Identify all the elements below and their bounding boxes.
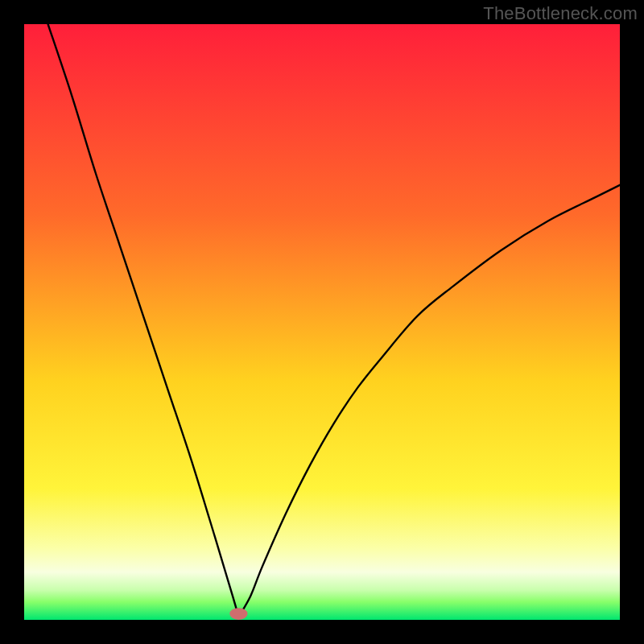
gradient-background <box>24 24 620 620</box>
plot-area <box>24 24 620 620</box>
watermark-text: TheBottleneck.com <box>483 3 638 24</box>
outer-frame: TheBottleneck.com <box>0 0 644 644</box>
chart-svg <box>24 24 620 620</box>
minimum-marker <box>229 608 247 620</box>
